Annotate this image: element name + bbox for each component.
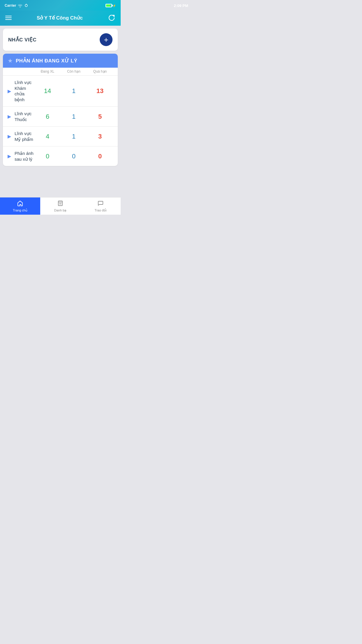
nav-bar: Sở Y Tế Công Chức [0,10,121,26]
status-left: Carrier [5,4,28,8]
col-header-con: Còn hạn [61,69,87,74]
row-label-1: Lĩnh vực Khám chữa bệnh [15,80,34,102]
phan-anh-card: ★ PHẢN ÁNH ĐANG XỬ LÝ Đang XL Còn hạn Qu… [3,54,118,166]
refresh-button[interactable] [108,14,115,22]
arrow-icon-3: ▶ [8,134,11,139]
row-left-1: ▶ Lĩnh vực Khám chữa bệnh [8,80,34,102]
val-qua-4: 0 [87,153,113,160]
tab-label-trang-chu: Trang chủ [13,209,27,212]
arrow-icon-2: ▶ [8,114,11,119]
val-con-2: 1 [61,113,87,120]
tab-trang-chu[interactable]: Trang chủ [0,197,40,215]
add-button[interactable]: + [100,33,113,46]
nav-title: Sở Y Tế Công Chức [37,15,83,21]
phan-anh-header: ★ PHẢN ÁNH ĐANG XỬ LÝ [3,54,118,68]
status-bar: Carrier 2:09 PM ⚡ [0,0,121,10]
home-icon [17,200,23,208]
carrier-label: Carrier [5,4,16,8]
chat-icon [97,200,104,208]
col-header-dang: Đang XL [34,69,61,74]
table-row[interactable]: ▶ Lĩnh vực Thuốc 6 1 5 [3,106,118,126]
col-header-empty [8,69,34,74]
val-qua-3: 3 [87,133,113,140]
phan-anh-header-title: PHẢN ÁNH ĐANG XỬ LÝ [16,58,77,64]
row-label-3: Lĩnh vực Mỹ phẩm [15,131,34,142]
wifi-icon [18,4,22,7]
nhac-viec-card: NHẮC VIỆC + [3,29,118,51]
status-right: ⚡ [106,4,116,7]
row-left-3: ▶ Lĩnh vực Mỹ phẩm [8,131,34,142]
row-left-2: ▶ Lĩnh vực Thuốc [8,111,34,122]
bolt-icon: ⚡ [113,4,116,7]
column-headers: Đang XL Còn hạn Quá hạn [3,68,118,75]
nhac-viec-title: NHẮC VIỆC [8,37,36,43]
tab-trao-doi[interactable]: Trao đổi [80,197,121,215]
val-con-1: 1 [61,87,87,95]
signal-icon [24,4,28,7]
val-qua-2: 5 [87,113,113,120]
val-dang-3: 4 [34,133,61,140]
arrow-icon-4: ▶ [8,153,11,159]
table-row[interactable]: ▶ Lĩnh vực Mỹ phẩm 4 1 3 [3,126,118,146]
svg-point-0 [25,4,27,7]
add-icon: + [104,36,108,43]
table-row[interactable]: ▶ Phản ánh sau xử lý 0 0 0 [3,146,118,166]
star-icon: ★ [8,57,13,64]
hamburger-menu[interactable] [5,16,12,20]
val-dang-1: 14 [34,87,61,95]
row-label-2: Lĩnh vực Thuốc [15,111,34,122]
battery-icon [106,4,112,7]
table-row[interactable]: ▶ Lĩnh vực Khám chữa bệnh 14 1 13 [3,75,118,106]
val-con-4: 0 [61,153,87,160]
val-qua-1: 13 [87,87,113,95]
val-dang-2: 6 [34,113,61,120]
row-left-4: ▶ Phản ánh sau xử lý [8,150,34,162]
tab-label-trao-doi: Trao đổi [95,209,107,212]
val-con-3: 1 [61,133,87,140]
val-dang-4: 0 [34,153,61,160]
tab-label-danh-ba: Danh bạ [54,209,66,212]
tab-danh-ba[interactable]: Danh bạ [40,197,80,215]
col-header-qua: Quá hạn [87,69,113,74]
book-icon [57,200,64,208]
tab-bar: Trang chủ Danh bạ Trao đổi [0,197,121,215]
row-label-4: Phản ánh sau xử lý [15,150,34,162]
main-content: NHẮC VIỆC + ★ PHẢN ÁNH ĐANG XỬ LÝ Đang X… [0,26,121,197]
arrow-icon-1: ▶ [8,88,11,94]
